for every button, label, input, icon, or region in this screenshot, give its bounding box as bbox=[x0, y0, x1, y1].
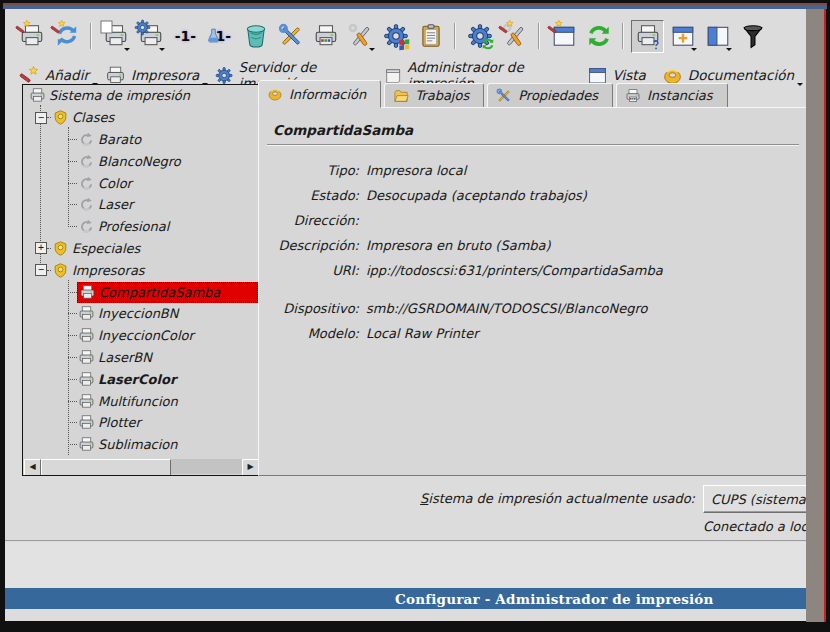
class-swirl-icon bbox=[78, 175, 95, 192]
server-tools-button[interactable] bbox=[498, 20, 531, 53]
remove-printer-button[interactable] bbox=[239, 20, 272, 53]
field-label: Modelo: bbox=[267, 326, 359, 341]
footer-zone bbox=[5, 542, 806, 588]
scrollbar-thumb[interactable] bbox=[41, 459, 171, 476]
info-pane: CompartidaSamba Tipo: Impresora local Es… bbox=[258, 107, 806, 476]
magic-wand-icon bbox=[50, 19, 67, 36]
view-orientation-button[interactable] bbox=[701, 20, 734, 53]
printer-icon bbox=[29, 87, 46, 104]
new-printer-window-button[interactable] bbox=[547, 20, 580, 53]
funnel-icon bbox=[740, 23, 766, 49]
tree-item-clases[interactable]: − Clases bbox=[23, 107, 260, 129]
tree-item-sublimacion[interactable]: Sublimacion bbox=[23, 434, 260, 456]
menu-label: Añadir bbox=[45, 67, 89, 83]
tree-item-label: Clases bbox=[72, 110, 114, 125]
tree-item-lasercolor[interactable]: LaserColor bbox=[23, 368, 260, 390]
tree-item-label: Profesional bbox=[98, 219, 169, 234]
tree-item-label: InyeccionColor bbox=[98, 328, 194, 343]
field-label: Dirección: bbox=[267, 213, 359, 228]
tree-item-label: Multifuncion bbox=[98, 394, 178, 409]
tree-item-profesional[interactable]: Profesional bbox=[23, 216, 260, 238]
tree-item-inyeccioncolor[interactable]: InyeccionColor bbox=[23, 325, 260, 347]
set-user-default-button[interactable]: -1- bbox=[204, 20, 237, 53]
badge-icon bbox=[52, 262, 69, 279]
tree-item-label: Color bbox=[98, 176, 132, 191]
printer-tree: Sistema de impresión − Clases Barato Bla… bbox=[22, 84, 261, 476]
tab-propiedades[interactable]: Propiedades bbox=[487, 83, 613, 108]
tree-item-color[interactable]: Color bbox=[23, 172, 260, 194]
red-border-edge bbox=[824, 9, 826, 622]
tab-label: Información bbox=[289, 87, 366, 102]
tree-item-impresoras[interactable]: − Impresoras bbox=[23, 259, 260, 281]
print-test-page-button[interactable] bbox=[309, 20, 342, 53]
tab-informacion[interactable]: Información bbox=[258, 80, 381, 108]
view-print-jobs-button[interactable] bbox=[414, 20, 447, 53]
view-mode-button[interactable] bbox=[666, 20, 699, 53]
background-window-titlebar[interactable]: Configurar - Administrador de impresión bbox=[5, 588, 806, 609]
tree-horizontal-scrollbar[interactable]: ◀ ▶ bbox=[24, 459, 259, 474]
printer-quick-info-button[interactable] bbox=[631, 20, 664, 53]
info-donut-icon bbox=[267, 86, 283, 102]
collapse-expander[interactable]: − bbox=[35, 112, 47, 124]
question-mark-icon bbox=[649, 37, 663, 51]
tab-instancias[interactable]: Instancias bbox=[616, 83, 728, 108]
set-local-default-button[interactable]: -1- bbox=[169, 20, 202, 53]
filter-printers-button[interactable] bbox=[736, 20, 769, 53]
field-value: Impresora local bbox=[366, 163, 466, 178]
toolbar-separator bbox=[90, 23, 92, 49]
title-divider bbox=[267, 144, 799, 146]
configure-server-button[interactable] bbox=[463, 20, 496, 53]
tree-item-label: InyeccionBN bbox=[98, 306, 179, 321]
gear-icon bbox=[215, 65, 233, 86]
printer-tools-button[interactable] bbox=[344, 20, 377, 53]
field-value: Desocupada (aceptando trabajos) bbox=[366, 188, 587, 203]
menu-label: Documentación bbox=[688, 67, 794, 83]
add-special-printer-button[interactable] bbox=[50, 20, 83, 53]
tree-item-compartidasamba[interactable]: CompartidaSamba bbox=[23, 281, 260, 303]
field-dispositivo: Dispositivo: smb://GSRDOMAIN/TODOSCSI/Bl… bbox=[267, 296, 799, 321]
tree-item-laser[interactable]: Laser bbox=[23, 194, 260, 216]
windows-logo-icon bbox=[397, 37, 411, 51]
tab-label: Propiedades bbox=[518, 88, 598, 103]
field-label: Tipo: bbox=[267, 163, 359, 178]
field-label: Descripción: bbox=[267, 238, 359, 253]
printer-icon bbox=[78, 349, 95, 366]
scroll-left-arrow[interactable]: ◀ bbox=[24, 459, 41, 476]
field-label: Estado: bbox=[267, 188, 359, 203]
scroll-right-arrow[interactable]: ▶ bbox=[242, 459, 259, 476]
printer-icon bbox=[78, 393, 95, 410]
driver-settings-button[interactable] bbox=[379, 20, 412, 53]
tree-item-label: Barato bbox=[98, 132, 141, 147]
field-label: Dispositivo: bbox=[267, 301, 359, 316]
tree-item-blanconegro[interactable]: BlancoNegro bbox=[23, 150, 260, 172]
tree-item-label: LaserColor bbox=[98, 372, 176, 387]
collapse-expander[interactable]: − bbox=[35, 264, 47, 276]
instances-printer-icon bbox=[625, 88, 641, 104]
print-system-combobox[interactable]: CUPS (sistema bbox=[703, 485, 806, 513]
tree-item-multifuncion[interactable]: Multifuncion bbox=[23, 390, 260, 412]
field-value: Local Raw Printer bbox=[366, 326, 479, 341]
tab-trabajos[interactable]: Trabajos bbox=[384, 83, 484, 108]
tree-item-label: Plotter bbox=[98, 415, 141, 430]
start-printer-button[interactable] bbox=[134, 20, 167, 53]
tree-item-especiales[interactable]: + Especiales bbox=[23, 238, 260, 260]
expand-expander[interactable]: + bbox=[35, 242, 47, 254]
add-printer-wizard-button[interactable] bbox=[15, 20, 48, 53]
configure-printer-button[interactable] bbox=[274, 20, 307, 53]
toolbar-separator bbox=[454, 23, 456, 49]
field-descripcion: Descripción: Impresora en bruto (Samba) bbox=[267, 233, 799, 258]
field-estado: Estado: Desocupada (aceptando trabajos) bbox=[267, 183, 799, 208]
window-right-shadow bbox=[806, 9, 825, 622]
gear-icon bbox=[134, 19, 151, 36]
tree-item-inyeccionbn[interactable]: InyeccionBN bbox=[23, 303, 260, 325]
refresh-view-button[interactable] bbox=[582, 20, 615, 53]
tree-item-sistema-de-impresion[interactable]: Sistema de impresión bbox=[23, 85, 260, 107]
printer-name-title: CompartidaSamba bbox=[273, 122, 413, 138]
printer-icon bbox=[78, 327, 95, 344]
enable-printer-button[interactable] bbox=[99, 20, 132, 53]
tree-item-barato[interactable]: Barato bbox=[23, 129, 260, 151]
tree-item-laserbn[interactable]: LaserBN bbox=[23, 347, 260, 369]
tree-item-plotter[interactable]: Plotter bbox=[23, 412, 260, 434]
badge-icon bbox=[52, 109, 69, 126]
printer-icon bbox=[78, 305, 95, 322]
